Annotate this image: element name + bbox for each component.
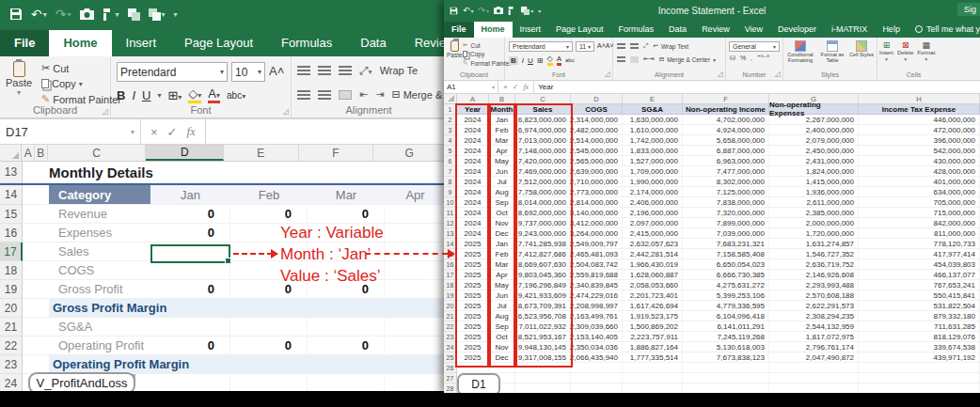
tab-data[interactable]: Data: [661, 22, 694, 38]
data-cell[interactable]: 2,450,000,000: [769, 146, 859, 156]
data-cell[interactable]: 1,817,072,975: [769, 332, 859, 342]
data-cell[interactable]: 472,000,000: [859, 125, 980, 135]
data-cell[interactable]: 6,823,000,000: [515, 115, 571, 125]
italic-button[interactable]: I: [132, 88, 135, 102]
data-cell[interactable]: Dec: [489, 352, 515, 363]
empty-cell[interactable]: [489, 363, 515, 373]
row-header-2[interactable]: 2: [444, 115, 457, 125]
row-label-sales[interactable]: Sales: [49, 243, 150, 261]
redo-icon[interactable]: ↷▾: [479, 6, 490, 15]
data-cell[interactable]: 7,245,119,268: [683, 332, 769, 342]
bold-button[interactable]: B: [117, 88, 125, 102]
data-cell[interactable]: 9,421,933,609: [515, 290, 571, 301]
data-cell[interactable]: 2024: [457, 135, 489, 146]
column-header-c[interactable]: C: [515, 94, 571, 103]
data-cell[interactable]: 1,630,000,000: [623, 115, 683, 125]
data-cell[interactable]: 2,406,000,000: [623, 197, 683, 208]
data-cell[interactable]: 7,148,000,000: [515, 146, 571, 156]
data-cell[interactable]: 2,559,819,688: [571, 270, 623, 280]
font-name-select[interactable]: Pretendard▾: [117, 62, 228, 82]
camera-icon[interactable]: [80, 8, 94, 20]
column-header-f[interactable]: F: [683, 94, 769, 103]
table-header-cogs[interactable]: COGS: [571, 104, 623, 115]
data-cell[interactable]: 1,990,000,000: [623, 177, 683, 187]
data-cell[interactable]: 842,000,000: [859, 218, 980, 228]
row-header-3[interactable]: 3: [444, 125, 457, 135]
data-cell[interactable]: 879,332,180: [859, 311, 980, 321]
tab-review[interactable]: Review: [694, 22, 737, 38]
data-cell[interactable]: 550,415,841: [859, 290, 980, 301]
data-cell[interactable]: 4,779,336,595: [683, 301, 769, 311]
dialog-launcher-icon[interactable]: ◿: [775, 70, 781, 78]
row-header-4[interactable]: 4: [444, 135, 457, 146]
data-cell[interactable]: 7,196,296,849: [515, 280, 571, 290]
data-cell[interactable]: 401,000,000: [859, 177, 980, 187]
fx-icon[interactable]: fx: [187, 124, 196, 139]
data-cell[interactable]: 7,011,022,932: [515, 321, 571, 332]
bring-forward-icon[interactable]: ▾: [521, 7, 533, 15]
align-middle-icon[interactable]: [630, 43, 639, 50]
row-header-13[interactable]: 13: [444, 228, 457, 239]
cell-value[interactable]: [230, 374, 308, 391]
data-cell[interactable]: 2025: [457, 259, 489, 270]
copy-button[interactable]: Copy ▾: [41, 78, 121, 89]
tab-insert[interactable]: Insert: [513, 22, 549, 38]
data-cell[interactable]: 1,824,000,000: [769, 166, 859, 177]
data-cell[interactable]: 6,650,054,023: [683, 259, 769, 270]
merge-center-button[interactable]: ⊟Merge & Center ▾: [659, 55, 716, 63]
row-header-11[interactable]: 11: [444, 208, 457, 218]
data-cell[interactable]: 2,047,490,872: [769, 352, 859, 363]
format-cells-button[interactable]: ▦ Format ▾: [917, 40, 935, 62]
data-cell[interactable]: 3,264,000,000: [571, 228, 623, 239]
table-header-year[interactable]: Year: [457, 104, 489, 115]
table-header-sales[interactable]: Sales: [515, 104, 571, 115]
row-header-20[interactable]: 20: [444, 301, 457, 311]
data-cell[interactable]: 2,309,039,660: [571, 321, 623, 332]
sheet-tab-v-profitandloss[interactable]: V_ProfitAndLoss: [28, 372, 135, 391]
data-cell[interactable]: 2,639,000,000: [571, 166, 623, 177]
align-top-icon[interactable]: [297, 66, 310, 75]
column-header-a[interactable]: A: [22, 145, 35, 161]
empty-cell[interactable]: [683, 384, 769, 393]
row-header-23[interactable]: 23: [0, 355, 23, 374]
row-header-7[interactable]: 7: [444, 166, 457, 177]
data-cell[interactable]: 9,737,000,000: [515, 218, 571, 228]
cell-value[interactable]: 0: [308, 205, 385, 224]
data-cell[interactable]: 428,000,000: [859, 166, 980, 177]
data-cell[interactable]: 2,570,608,188: [769, 290, 859, 301]
cell-value[interactable]: [150, 261, 230, 280]
send-backward-icon[interactable]: ▾: [149, 8, 166, 21]
data-cell[interactable]: 2025: [457, 352, 489, 363]
data-cell[interactable]: 2024: [457, 218, 489, 228]
empty-cell[interactable]: [623, 384, 683, 393]
data-cell[interactable]: 2024: [457, 156, 489, 166]
data-cell[interactable]: 430,000,000: [859, 156, 980, 166]
empty-cell[interactable]: [571, 373, 623, 384]
formula-input[interactable]: [206, 119, 446, 144]
data-cell[interactable]: 2,196,000,000: [623, 208, 683, 218]
data-cell[interactable]: 6,974,000,000: [515, 125, 571, 135]
column-header-e[interactable]: E: [623, 94, 683, 103]
font-name-select[interactable]: Pretendard▾: [509, 41, 573, 52]
table-header-non-operating-income[interactable]: Non-operating Income: [683, 104, 769, 115]
column-header-b[interactable]: B: [35, 145, 48, 161]
data-cell[interactable]: 9,948,130,145: [515, 342, 571, 352]
tab-home[interactable]: Home: [49, 30, 111, 56]
paste-button[interactable]: Paste: [447, 40, 463, 58]
month-header-mar[interactable]: Mar: [308, 185, 385, 205]
empty-cell[interactable]: [769, 384, 859, 393]
camera-icon[interactable]: [494, 7, 503, 14]
empty-cell[interactable]: [623, 363, 683, 373]
align-left-icon[interactable]: [617, 56, 625, 63]
row-header-22[interactable]: 22: [0, 337, 23, 355]
grow-font-button[interactable]: A˄: [269, 64, 284, 78]
data-cell[interactable]: 1,742,000,000: [623, 135, 683, 146]
row-header-19[interactable]: 19: [444, 290, 457, 301]
row-label-expenses[interactable]: Expenses: [49, 224, 150, 243]
data-cell[interactable]: 2,163,499,761: [571, 311, 623, 321]
cell-value[interactable]: [385, 243, 446, 261]
data-cell[interactable]: 2,611,000,000: [769, 197, 859, 208]
row-header-22[interactable]: 22: [444, 321, 457, 332]
font-color-icon[interactable]: A▾: [208, 86, 220, 103]
paste-button[interactable]: Paste ▾: [6, 61, 32, 97]
